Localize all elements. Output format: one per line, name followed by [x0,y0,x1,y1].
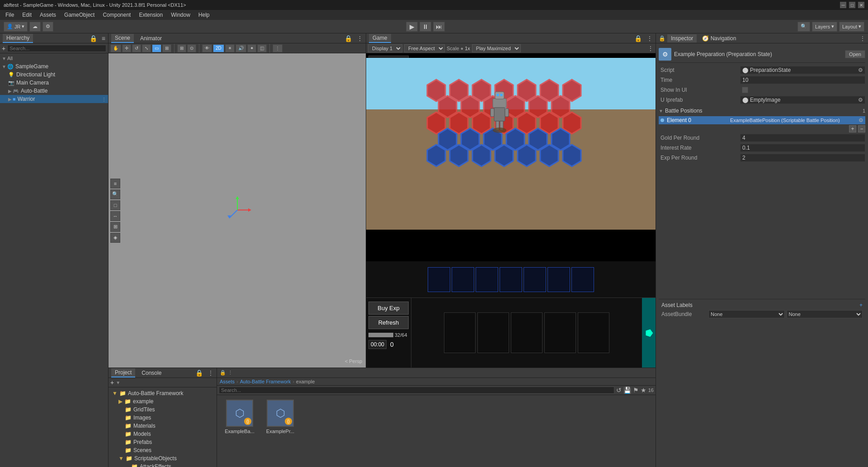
shop-slot-1[interactable] [444,312,476,353]
tab-game[interactable]: Game [369,34,391,43]
menu-assets[interactable]: Assets [36,11,60,19]
menu-file[interactable]: File [2,11,18,19]
asset-bundle-select-2[interactable]: None [787,310,863,318]
cloud-button[interactable]: ☁ [29,22,41,32]
field-value-expperround[interactable]: 2 [740,154,865,162]
asset-labels-add-icon[interactable]: + [859,302,863,308]
maximize-button[interactable]: □ [849,2,855,8]
hierarchy-item-maincamera[interactable]: 📷 Main Camera [0,79,108,87]
hierarchy-item-directionallight[interactable]: 💡 Directional Light [0,71,108,79]
buy-exp-button[interactable]: Buy Exp [368,302,409,315]
folder-item-materials[interactable]: 📁 Materials [110,422,215,430]
folder-item-gridtiles[interactable]: 📁 GridTiles [110,406,215,414]
menu-help[interactable]: Help [195,11,213,19]
play-button[interactable]: ▶ [406,22,418,32]
close-button[interactable]: ✕ [858,2,864,8]
refresh-button[interactable]: Refresh [368,316,409,329]
step-button[interactable]: ⏭ [433,22,445,32]
assets-star-button[interactable]: ★ [641,387,646,394]
assets-search-input[interactable] [219,387,614,394]
field-value-goldperround[interactable]: 4 [740,134,865,142]
hierarchy-item-samplegame[interactable]: ▼ 🌐 SampleGame [0,62,108,71]
scene-tool-1[interactable]: ≡ [110,179,120,189]
shop-slot-3[interactable] [511,312,542,353]
tab-console[interactable]: Console [138,369,165,377]
account-button[interactable]: 👤 JR ▾ [4,22,28,32]
scene-tool-4[interactable]: ↔ [110,211,120,221]
folder-item-autobattle[interactable]: ▼ 📁 Auto-Battle Framework [110,389,215,397]
folder-item-scriptableobjects[interactable]: ▼ 📁 ScriptableObjects [110,454,215,462]
tab-inspector[interactable]: Inspector [667,34,697,42]
folder-item-models[interactable]: 📁 Models [110,430,215,438]
tab-project[interactable]: Project [111,368,135,377]
hierarchy-menu-icon[interactable]: ≡ [102,35,105,42]
tab-scene[interactable]: Scene [111,34,134,43]
settings-button[interactable]: ⚙ [42,22,53,32]
layout-button[interactable]: Layout▾ [839,22,864,32]
minimize-button[interactable]: ─ [840,2,846,8]
uiprefab-settings-icon[interactable]: ⚙ [858,97,863,103]
scene-settings-button[interactable]: ⋮ [273,44,283,52]
scene-gizmos-button[interactable]: ◫ [257,44,267,52]
menu-window[interactable]: Window [167,11,194,19]
light-button[interactable]: ☀ [225,44,235,52]
move-tool-button[interactable]: ✛ [122,44,131,52]
hierarchy-item-autobattle[interactable]: ▶ 🎮 Auto-Battle [0,87,108,95]
inspector-three-dots[interactable]: ⋮ [860,35,865,42]
grid-tool-button[interactable]: ⊞ [177,44,186,52]
element0-gear-icon[interactable]: ⚙ [859,117,863,123]
tab-animator[interactable]: Animator [137,34,165,42]
scale-tool-button[interactable]: ⤡ [142,44,151,52]
folder-item-images[interactable]: 📁 Images [110,414,215,422]
menu-component[interactable]: Component [99,11,134,19]
menu-extension[interactable]: Extension [135,11,166,19]
assets-refresh-button[interactable]: ↺ [616,387,622,394]
hierarchy-item-warrior[interactable]: ▶ ■ Warrior ⋮ [0,95,108,103]
project-lock-icon[interactable]: 🔒 [195,369,203,377]
game-menu-icon[interactable]: ⋮ [646,35,653,42]
menu-edit[interactable]: Edit [19,11,35,19]
pivot-tool-button[interactable]: ⊙ [187,44,196,52]
scene-tool-5[interactable]: ⊞ [110,222,120,232]
hand-tool-button[interactable]: ✋ [110,44,121,52]
scene-menu-icon[interactable]: ⋮ [357,35,363,42]
folder-item-scenes[interactable]: 📁 Scenes [110,446,215,454]
script-settings-icon[interactable]: ⚙ [858,67,863,73]
field-value-interestrate[interactable]: 0.1 [740,144,865,152]
fx-button[interactable]: ✦ [247,44,256,52]
asset-item-examplepr[interactable]: ⬡ {} ExamplePr... [262,400,298,434]
2d-button[interactable]: 2D [213,44,224,52]
game-settings-icon[interactable]: ⋮ [647,45,654,52]
breadcrumb-framework[interactable]: Auto-Battle Framework [240,379,291,384]
field-value-time[interactable]: 10 [740,76,865,84]
asset-item-exampleba[interactable]: ⬡ {} ExampleBa... [222,400,258,434]
menu-gameobject[interactable]: GameObject [61,11,98,19]
assets-lock-icon[interactable]: 🔒 [220,370,226,376]
transform-tool-button[interactable]: ⊞ [162,44,171,52]
array-remove-button[interactable]: − [858,125,865,132]
pause-button[interactable]: ⏸ [420,22,431,32]
element-row-0[interactable]: Element 0 ExampleBattlePosition (Scripta… [659,116,865,124]
rect-tool-button[interactable]: ▭ [152,44,161,52]
assets-menu-icon[interactable]: ⋮ [228,370,233,376]
folder-item-prefabs[interactable]: 📁 Prefabs [110,438,215,446]
showinui-checkbox[interactable] [742,87,748,93]
tab-navigation[interactable]: 🧭 Navigation [698,34,740,42]
audio-button[interactable]: 🔊 [236,44,246,52]
search-toolbar-button[interactable]: 🔍 [797,22,810,32]
open-button[interactable]: Open [845,50,865,58]
assets-filter-button[interactable]: ⚑ [633,387,639,394]
hierarchy-item-all[interactable]: ▼ All [0,54,108,62]
scene-tool-6[interactable]: ◈ [110,233,120,243]
display-select[interactable]: Display 1 [368,44,402,52]
tab-hierarchy[interactable]: Hierarchy [3,34,33,43]
shop-slot-2[interactable] [477,312,509,353]
folder-item-example[interactable]: ▶ 📁 example [110,397,215,406]
scene-lock-icon[interactable]: 🔒 [344,35,352,42]
game-content[interactable]: Characters: 0/1 [366,53,656,368]
folder-item-attackeffects[interactable]: 📁 AttackEffects [110,462,215,467]
scene-content[interactable]: ≡ 🔍 □ ↔ ⊞ ◈ [108,53,366,368]
battle-positions-section[interactable]: ▼ Battle Positions 1 [659,106,865,115]
aspect-select[interactable]: Free Aspect [404,44,445,52]
hierarchy-lock-icon[interactable]: 🔒 [90,35,97,42]
